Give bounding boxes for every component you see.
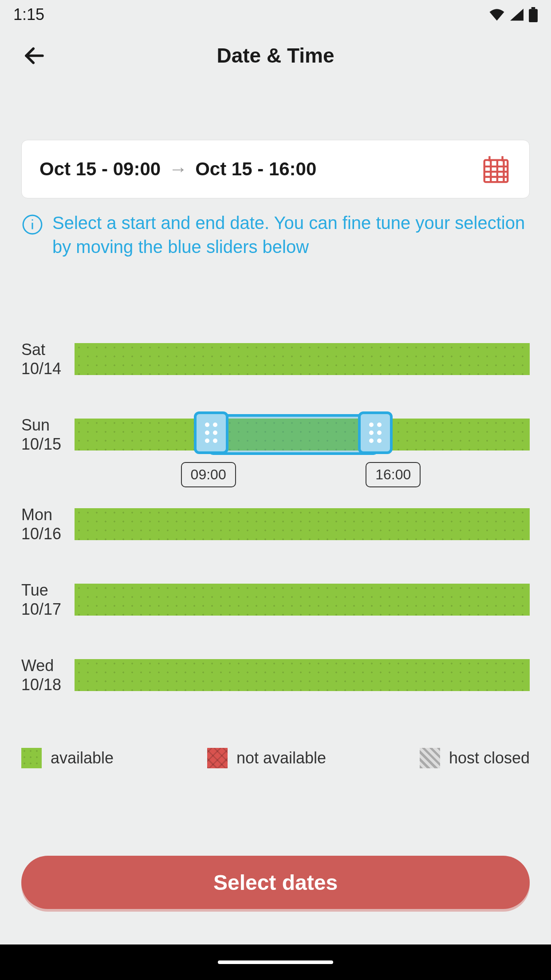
day-dow: Wed xyxy=(21,656,75,675)
page-title: Date & Time xyxy=(21,43,530,67)
arrow-right-icon: → xyxy=(169,158,187,180)
legend-label: available xyxy=(51,749,114,767)
day-date: 10/16 xyxy=(21,524,75,543)
select-dates-button[interactable]: Select dates xyxy=(21,856,530,909)
svg-rect-1 xyxy=(531,7,535,9)
day-date: 10/18 xyxy=(21,675,75,694)
day-dow: Sat xyxy=(21,340,75,359)
day-dow: Mon xyxy=(21,505,75,524)
legend-not-available: not available xyxy=(207,748,326,768)
day-row: Tue 10/17 xyxy=(21,584,530,616)
battery-icon xyxy=(529,7,538,22)
date-range-start: Oct 15 - 09:00 xyxy=(39,158,161,180)
legend-label: host closed xyxy=(449,749,530,767)
day-date: 10/14 xyxy=(21,359,75,378)
day-dow: Tue xyxy=(21,581,75,600)
header: Date & Time xyxy=(0,29,551,82)
home-indicator[interactable] xyxy=(218,960,333,964)
legend: available not available host closed xyxy=(0,735,551,768)
legend-host-closed: host closed xyxy=(420,748,530,768)
availability-bar[interactable] xyxy=(75,584,530,616)
cellular-icon xyxy=(510,8,523,21)
availability-bar[interactable] xyxy=(75,508,530,540)
info-text: Select a start and end date. You can fin… xyxy=(52,211,530,259)
info-icon xyxy=(21,213,43,236)
day-label: Wed 10/18 xyxy=(21,656,75,694)
day-date: 10/15 xyxy=(21,435,75,454)
end-time-label: 16:00 xyxy=(366,462,421,487)
time-selection[interactable] xyxy=(209,414,378,455)
date-range-picker[interactable]: Oct 15 - 09:00 → Oct 15 - 16:00 xyxy=(21,140,530,198)
day-label: Sat 10/14 xyxy=(21,340,75,378)
host-closed-swatch-icon xyxy=(420,748,440,768)
info-row: Select a start and end date. You can fin… xyxy=(0,198,551,259)
available-segment xyxy=(75,343,530,375)
day-row: Sat 10/14 xyxy=(21,343,530,375)
available-swatch-icon xyxy=(21,748,42,768)
status-bar: 1:15 xyxy=(0,0,551,29)
day-date: 10/17 xyxy=(21,600,75,619)
arrow-left-icon xyxy=(22,43,47,68)
system-nav-bar xyxy=(0,944,551,980)
date-range-end: Oct 15 - 16:00 xyxy=(195,158,316,180)
available-segment xyxy=(75,659,530,691)
day-label: Sun 10/15 xyxy=(21,415,75,454)
day-label: Mon 10/16 xyxy=(21,505,75,543)
back-button[interactable] xyxy=(22,43,47,68)
start-time-label: 09:00 xyxy=(181,462,236,487)
wifi-icon xyxy=(489,8,505,21)
day-dow: Sun xyxy=(21,415,75,435)
day-label: Tue 10/17 xyxy=(21,581,75,619)
day-row: Wed 10/18 xyxy=(21,659,530,691)
date-range-text: Oct 15 - 09:00 → Oct 15 - 16:00 xyxy=(39,158,316,180)
not-available-swatch-icon xyxy=(207,748,228,768)
calendar-icon xyxy=(480,154,512,185)
svg-point-14 xyxy=(31,219,33,221)
day-row: Mon 10/16 xyxy=(21,508,530,540)
available-segment xyxy=(75,508,530,540)
available-segment xyxy=(75,584,530,616)
grip-icon xyxy=(205,423,217,443)
availability-bar[interactable]: 09:00 16:00 xyxy=(75,419,530,450)
day-row: Sun 10/15 09:00 16:00 xyxy=(21,419,530,450)
legend-label: not available xyxy=(236,749,326,767)
slider-end-handle[interactable] xyxy=(358,411,393,454)
svg-rect-0 xyxy=(529,9,538,22)
availability-bar[interactable] xyxy=(75,659,530,691)
availability-bar[interactable] xyxy=(75,343,530,375)
status-icons xyxy=(489,7,538,22)
grip-icon xyxy=(369,423,382,443)
slider-start-handle[interactable] xyxy=(194,411,228,454)
legend-available: available xyxy=(21,748,114,768)
schedule: Sat 10/14 Sun 10/15 09:00 16:00 xyxy=(0,343,551,691)
status-time: 1:15 xyxy=(13,5,44,24)
